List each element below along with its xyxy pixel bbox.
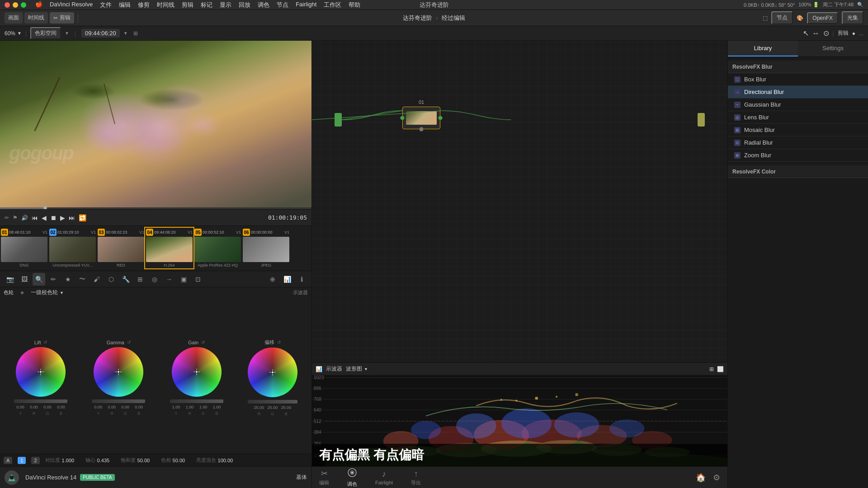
fx-gaussian-blur[interactable]: ~ Gaussian Blur [728,99,868,111]
mode-more-icon[interactable]: ... [859,30,863,37]
grade-num-2[interactable]: 2 [31,457,39,464]
menu-file[interactable]: 文件 [100,1,112,9]
tab-settings[interactable]: Settings [798,41,868,56]
zoom-control[interactable]: 60% ▼ [5,30,22,37]
tool-brush[interactable]: 🖌 [90,273,103,286]
search-icon[interactable]: 🔍 [857,2,863,8]
color-space-button[interactable]: 色彩空间 [30,27,61,39]
clip-item-01[interactable]: 01 08:46:01:10 V1 DNG [0,228,48,268]
fx-box-blur[interactable]: □ Box Blur [728,73,868,86]
menu-help[interactable]: 帮助 [349,1,360,9]
clip-item-05[interactable]: 05 00:00:52:10 V1 Apple ProRes 422 HQ [193,228,242,268]
pencil-icon[interactable]: ✏ [5,215,9,221]
preview-progress-bar[interactable] [0,207,311,209]
nav-export[interactable]: ↑ 导出 [411,469,421,486]
edit-mode-label[interactable]: 剪辑 [838,29,849,37]
tab-timeline[interactable]: 时间线 [24,12,48,23]
step-back-button[interactable]: ◀ [42,214,47,221]
minimize-dot[interactable] [13,2,18,8]
tool-star[interactable]: ★ [61,273,74,286]
skip-back-button[interactable]: ⏮ [32,214,38,221]
menu-node[interactable]: 节点 [277,1,288,9]
grade-level-selector[interactable]: 一级校色轮 ▼ [31,289,64,296]
openfx-button[interactable]: OpenFX [807,12,838,24]
clip-item-02[interactable]: 02 01:00:29:10 V1 Uncompressed YUV... [48,228,97,268]
offset-slider[interactable] [248,400,297,404]
maximize-dot[interactable] [21,2,26,8]
gamma-slider[interactable] [92,399,145,403]
grade-num-1[interactable]: 1 [18,457,26,464]
waveform-type[interactable]: 波形图 ▼ [346,365,368,373]
waveform-expand-icon[interactable]: ⊞ [709,366,714,372]
tab-library[interactable]: Library [728,41,798,56]
offset-reset-icon[interactable]: ↺ [277,340,281,345]
mode-slider[interactable]: ● [852,30,855,37]
output-node[interactable] [698,113,705,127]
node-01-box[interactable] [402,107,440,129]
input-node[interactable] [335,113,342,127]
saturation-value[interactable]: 50.00 [137,458,156,463]
waveform-full-icon[interactable]: ⬜ [717,366,724,372]
play-button[interactable]: ▶ [60,214,65,221]
clip-item-06[interactable]: 06 00:00:00:00 V1 JPEG [242,228,290,268]
tool-arrow[interactable]: → [163,273,175,286]
tool-frame[interactable]: ⊡ [192,273,204,286]
menu-workspace[interactable]: 工作区 [324,1,341,9]
tool-hex[interactable]: ⬡ [105,273,118,286]
nav-color[interactable]: 调色 [347,468,357,488]
settings-icon[interactable]: ⚙ [713,473,720,483]
node-01-output-dot[interactable] [438,116,443,120]
gain-dot[interactable] [195,371,198,373]
tool-target[interactable]: ⊕ [266,273,279,286]
tool-curve[interactable]: 〜 [76,273,89,286]
lift-dot[interactable] [39,371,42,373]
menu-edit[interactable]: 编辑 [119,1,131,9]
trim-icon[interactable]: ↔ [812,29,820,38]
tool-info[interactable]: ℹ [295,273,308,286]
tool-pen[interactable]: ✏ [47,273,60,286]
node-01-input-dot[interactable] [400,116,405,120]
lift-wheel[interactable] [16,347,66,397]
luma-value[interactable]: 100.00 [218,458,236,463]
tool-grid[interactable]: ⊞ [134,273,146,286]
loop-icon[interactable]: ⊙ [823,29,829,38]
fx-zoom-blur[interactable]: ⊕ Zoom Blur [728,149,868,162]
tool-screen[interactable]: ▣ [177,273,190,286]
tool-magnify[interactable]: ◎ [148,273,161,286]
lift-reset-icon[interactable]: ↺ [43,340,47,345]
nav-fairlight[interactable]: ♪ Fairlight [375,469,393,485]
node-button[interactable]: 节点 [771,11,793,24]
menu-mark[interactable]: 标记 [201,1,212,9]
clip-item-03[interactable]: 03 00:08:02:23 V1 RED [97,228,145,268]
node-01[interactable]: 01 [402,99,440,129]
gamma-dot[interactable] [117,371,120,373]
menu-app[interactable]: DaVinci Resolve [50,1,93,9]
more-controls-icon[interactable]: ⊞ [133,30,138,37]
cursor-icon[interactable]: ↖ [803,29,809,38]
menu-apple[interactable]: 🍎 [35,1,42,9]
gamma-wheel[interactable] [94,347,143,397]
offset-wheel[interactable] [248,347,297,397]
tool-gallery[interactable]: 🖼 [18,273,31,286]
tool-wrench[interactable]: 🔧 [119,273,132,286]
contrast-value[interactable]: 1.000 [62,458,80,463]
tool-chart[interactable]: 📊 [281,273,293,286]
tool-camera[interactable]: 📷 [4,273,16,286]
gain-wheel[interactable] [172,347,222,397]
auto-flag[interactable]: A [4,457,12,464]
tab-画面[interactable]: 画面 [5,12,23,23]
stop-button[interactable]: ⏹ [50,214,57,221]
pivot-value[interactable]: 0.435 [97,458,115,463]
chevron-down-icon[interactable]: ▼ [17,31,22,36]
lift-slider[interactable] [14,399,67,403]
skip-forward-button[interactable]: ⏭ [69,214,75,221]
menu-fairlight[interactable]: Fairlight [296,1,316,9]
gain-slider[interactable] [170,399,223,403]
node-01-mask-dot[interactable] [419,127,424,131]
light-button[interactable]: 光集 [842,11,863,24]
fx-directional-blur[interactable]: → Directional Blur [728,86,868,99]
loop-button[interactable]: 🔁 [79,214,86,221]
scope-label[interactable]: 示波器 [293,289,308,296]
flag-icon[interactable]: ⚑ [13,215,18,221]
close-dot[interactable] [5,2,10,8]
